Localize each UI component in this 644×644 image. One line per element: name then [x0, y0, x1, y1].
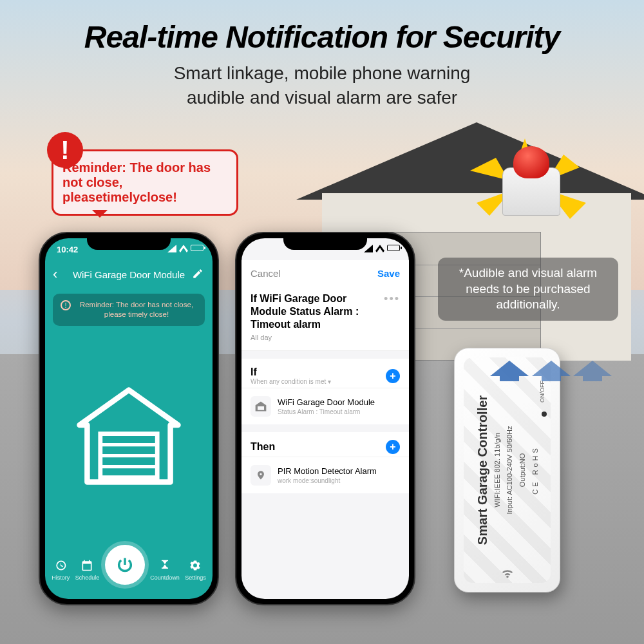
reminder-text: Reminder: The door has not close, please… — [62, 160, 211, 204]
subhead-line-1: Smart linkage, mobile phone warning — [174, 63, 471, 83]
controller-input-spec: Input: AC100-240V 50/60Hz — [505, 364, 515, 576]
automation-title: If WiFi Garage Door Module Status Alarm … — [251, 292, 379, 331]
siren-body — [502, 167, 560, 216]
then-card-subtitle: work mode:soundlight — [278, 477, 377, 484]
then-action-card[interactable]: PIR Motion Detector Alarm work mode:soun… — [242, 457, 409, 493]
tab-countdown[interactable]: Countdown — [150, 559, 180, 581]
controller-wifi-spec: WIFI:IEEE 802. 11b/g/n — [493, 364, 502, 576]
app-screen-garage: 10:42 ‹ WiFi Garage Door Module ! Remind… — [45, 238, 213, 599]
controller-cert-marks: CE RoHS — [531, 364, 539, 576]
wifi-icon — [375, 245, 384, 252]
automation-title-row: If WiFi Garage Door Module Status Alarm … — [242, 286, 409, 351]
phone-notch — [87, 233, 171, 250]
bottom-tab-bar: History Schedule Countdown Settings — [45, 541, 213, 599]
cancel-button[interactable]: Cancel — [251, 268, 281, 279]
siren-graphic — [502, 167, 560, 216]
siren-dome — [513, 146, 549, 178]
tab-settings[interactable]: Settings — [185, 559, 206, 581]
tab-history[interactable]: History — [52, 559, 70, 581]
then-section: Then + PIR Motion Detector Alarm work mo… — [242, 432, 409, 493]
modal-nav: Cancel Save — [242, 260, 409, 286]
battery-icon — [387, 245, 400, 251]
back-button[interactable]: ‹ — [53, 266, 57, 283]
then-label: Then — [251, 441, 275, 453]
save-button[interactable]: Save — [377, 268, 400, 279]
add-if-button[interactable]: + — [386, 369, 400, 383]
battery-icon — [191, 245, 204, 251]
alarm-footnote: *Audible and visual alarm needs to be pu… — [438, 258, 618, 321]
svg-marker-11 — [532, 361, 571, 381]
controller-output-spec: Output:NO — [518, 364, 527, 576]
garage-state-graphic[interactable] — [45, 331, 213, 541]
if-section: If When any condition is met ▾ + WiFi Ga… — [242, 359, 409, 424]
if-label: If — [251, 366, 331, 378]
automation-screen: Cancel Save If WiFi Garage Door Module S… — [242, 238, 409, 599]
subheadline: Smart linkage, mobile phone warning audi… — [0, 61, 644, 110]
reminder-callout: ! Reminder: The door has not close, plea… — [52, 149, 238, 216]
in-app-alert-banner: ! Reminder: The door has not close, plea… — [53, 294, 205, 326]
svg-marker-12 — [573, 361, 612, 381]
tab-schedule-label: Schedule — [75, 574, 100, 581]
headline: Real-time Notification for Security — [0, 19, 644, 55]
then-card-title: PIR Motion Detector Alarm — [278, 466, 377, 476]
svg-marker-10 — [490, 361, 529, 381]
phone-device-app: 10:42 ‹ WiFi Garage Door Module ! Remind… — [39, 232, 219, 605]
app-nav-bar: ‹ WiFi Garage Door Module — [45, 260, 213, 289]
app-title: WiFi Garage Door Module — [73, 269, 185, 280]
upload-arrows — [490, 361, 612, 388]
if-card-title: WiFi Garage Door Module — [278, 397, 375, 407]
wifi-icon — [179, 245, 188, 252]
tab-schedule[interactable]: Schedule — [75, 559, 100, 581]
in-app-alert-text: Reminder: The door has not close, please… — [76, 300, 197, 319]
automation-subtitle: All day — [251, 334, 379, 341]
status-time: 10:42 — [57, 245, 78, 254]
power-button[interactable] — [105, 545, 145, 585]
signal-icon — [167, 245, 176, 252]
signal-icon — [364, 245, 373, 252]
garage-icon — [251, 396, 271, 417]
phone-device-automation: Cancel Save If WiFi Garage Door Module S… — [235, 232, 415, 605]
controller-title: Smart Garage Controller — [475, 364, 490, 576]
if-card-subtitle: Status Alarm : Timeout alarm — [278, 408, 375, 415]
pir-icon — [251, 465, 271, 486]
if-condition-card[interactable]: WiFi Garage Door Module Status Alarm : T… — [242, 388, 409, 424]
subhead-line-2: audible and visual alarm are safer — [187, 88, 457, 108]
tab-countdown-label: Countdown — [150, 574, 180, 581]
edit-button[interactable] — [192, 268, 204, 281]
alert-icon: ! — [61, 300, 71, 310]
onoff-button[interactable] — [542, 412, 547, 417]
if-condition-text[interactable]: When any condition is met ▾ — [251, 378, 331, 385]
wifi-logo-icon — [499, 566, 516, 583]
add-then-button[interactable]: + — [386, 440, 400, 454]
alert-badge-icon: ! — [47, 132, 83, 168]
more-button[interactable]: ••• — [384, 292, 400, 306]
phone-notch — [283, 233, 367, 250]
tab-settings-label: Settings — [185, 574, 206, 581]
tab-history-label: History — [52, 574, 70, 581]
